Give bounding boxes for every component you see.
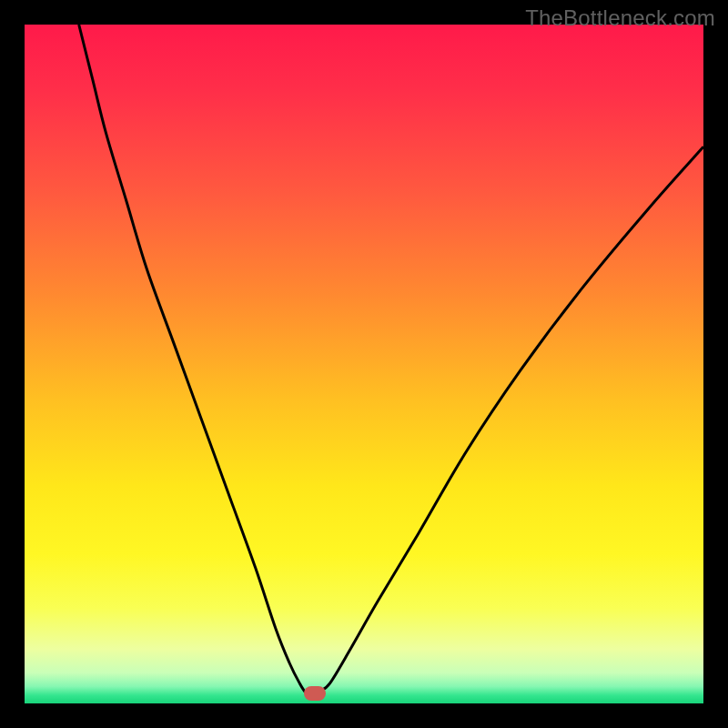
bottleneck-curve (25, 25, 703, 703)
plot-area (25, 25, 703, 703)
watermark-text: TheBottleneck.com (525, 5, 715, 31)
optimal-point-marker (304, 686, 326, 701)
chart-frame: TheBottleneck.com (0, 0, 728, 728)
